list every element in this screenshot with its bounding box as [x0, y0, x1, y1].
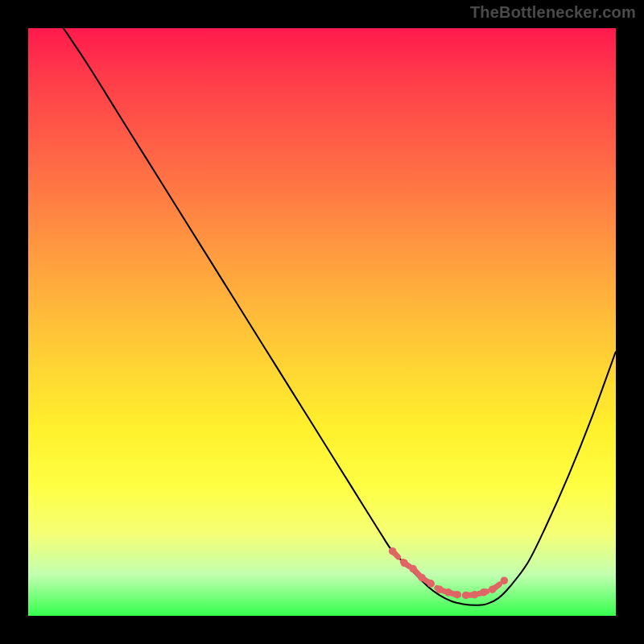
- plot-area: [28, 28, 616, 616]
- optimal-marker: [427, 580, 434, 587]
- bottleneck-curve-svg: [28, 28, 616, 616]
- bottleneck-curve: [64, 28, 616, 605]
- optimal-marker: [436, 585, 443, 592]
- chart-frame: TheBottlenecker.com: [0, 0, 644, 644]
- optimal-marker: [480, 588, 487, 596]
- optimal-marker: [471, 591, 478, 598]
- optimal-marker: [409, 565, 416, 572]
- optimal-marker: [400, 559, 407, 567]
- optimal-range-markers: [389, 547, 508, 599]
- optimal-marker: [389, 547, 396, 555]
- optimal-marker: [489, 585, 496, 592]
- optimal-marker: [453, 591, 460, 598]
- optimal-marker: [462, 592, 469, 599]
- attribution-text: TheBottlenecker.com: [470, 3, 636, 22]
- optimal-marker: [444, 588, 452, 596]
- optimal-marker: [418, 574, 425, 581]
- optimal-marker: [501, 576, 508, 584]
